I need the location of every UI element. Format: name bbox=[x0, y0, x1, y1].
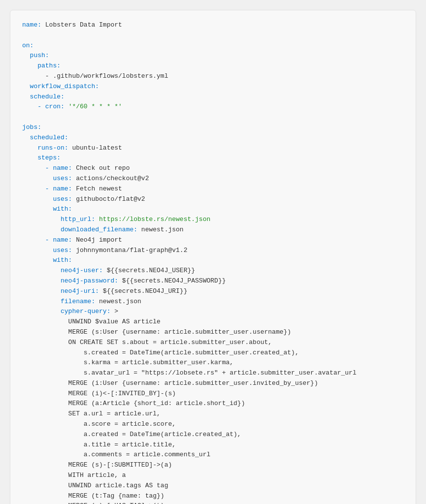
code-token: downloaded_filename: bbox=[22, 226, 141, 233]
code-line: a.comments = article.comments_url bbox=[22, 450, 404, 460]
code-token: runs-on: bbox=[22, 144, 72, 152]
code-line: MERGE (s:User {username: article.submitt… bbox=[22, 327, 404, 338]
code-line: - name: Fetch newest bbox=[22, 184, 404, 194]
code-token: schedule: bbox=[22, 93, 65, 100]
code-token: '*/60 * * * *' bbox=[68, 103, 122, 110]
code-token: with: bbox=[22, 205, 72, 213]
code-token: > bbox=[114, 308, 118, 315]
code-token: MERGE (t:Tag {name: tag}) bbox=[22, 492, 164, 500]
code-line bbox=[22, 112, 404, 123]
code-line: neo4j-password: ${{secrets.NEO4J_PASSWOR… bbox=[22, 276, 404, 286]
code-line: uses: actions/checkout@v2 bbox=[22, 174, 404, 184]
code-token: - name: bbox=[22, 236, 76, 244]
code-token: uses: bbox=[22, 175, 76, 182]
code-line bbox=[22, 31, 404, 41]
code-line: MERGE (a)-[:HAS_TAG]->(t) bbox=[22, 501, 404, 504]
code-token: paths: bbox=[22, 62, 61, 69]
code-token: http_url: bbox=[22, 216, 99, 223]
code-line: jobs: bbox=[22, 123, 404, 133]
code-token: s.created = DateTime(article.submitter_u… bbox=[22, 349, 299, 356]
code-token: Check out repo bbox=[76, 164, 130, 172]
code-line: name: Lobsters Data Import bbox=[22, 20, 404, 31]
code-line: s.avatar_url = "https://lobsete.rs" + ar… bbox=[22, 368, 404, 378]
code-token: s.karma = article.submitter_user.karma, bbox=[22, 359, 233, 366]
code-block: name: Lobsters Data Import on: push: pat… bbox=[10, 10, 416, 504]
code-line: push: bbox=[22, 51, 404, 61]
code-token: push: bbox=[22, 52, 49, 59]
code-token: actions/checkout@v2 bbox=[76, 175, 149, 182]
code-token: ubuntu-latest bbox=[72, 144, 122, 152]
code-token: UNWIND article.tags AS tag bbox=[22, 482, 168, 489]
code-line: - name: Neo4j import bbox=[22, 235, 404, 246]
code-line: with: bbox=[22, 204, 404, 215]
code-line: filename: newest.json bbox=[22, 297, 404, 307]
code-line: UNWIND $value AS article bbox=[22, 317, 404, 327]
code-line: SET a.url = article.url, bbox=[22, 409, 404, 419]
code-token: neo4j-user: bbox=[22, 267, 107, 274]
code-token: https://lobste.rs/newest.json bbox=[99, 216, 210, 223]
code-line: - .github/workflows/lobsters.yml bbox=[22, 71, 404, 82]
code-line: MERGE (a:Article {short_id: article.shor… bbox=[22, 399, 404, 409]
code-line: MERGE (s)-[:SUBMITTED]->(a) bbox=[22, 460, 404, 471]
code-line: WITH article, a bbox=[22, 471, 404, 481]
code-line: neo4j-uri: ${{secrets.NEO4J_URI}} bbox=[22, 286, 404, 297]
code-line: http_url: https://lobste.rs/newest.json bbox=[22, 215, 404, 225]
code-token: name: bbox=[22, 21, 45, 29]
code-line: s.karma = article.submitter_user.karma, bbox=[22, 358, 404, 368]
code-line: workflow_dispatch: bbox=[22, 82, 404, 92]
code-line: steps: bbox=[22, 153, 404, 163]
code-token: a.comments = article.comments_url bbox=[22, 451, 210, 458]
code-token: with: bbox=[22, 256, 72, 264]
code-line: runs-on: ubuntu-latest bbox=[22, 143, 404, 154]
code-line: ON CREATE SET s.about = article.submitte… bbox=[22, 338, 404, 348]
code-token: newest.json bbox=[99, 298, 141, 305]
code-token: WITH article, a bbox=[22, 472, 126, 479]
code-token: ${{secrets.NEO4J_PASSWORD}} bbox=[122, 277, 226, 284]
code-line: - name: Check out repo bbox=[22, 163, 404, 174]
code-token: filename: bbox=[22, 298, 99, 305]
code-token: on: bbox=[22, 42, 33, 49]
code-token: - .github/workflows/lobsters.yml bbox=[22, 72, 168, 80]
code-line: cypher-query: > bbox=[22, 307, 404, 317]
code-token: MERGE (a)-[:HAS_TAG]->(t) bbox=[22, 502, 164, 504]
code-line: UNWIND article.tags AS tag bbox=[22, 481, 404, 491]
code-token: MERGE (a:Article {short_id: article.shor… bbox=[22, 400, 245, 407]
code-line: with: bbox=[22, 255, 404, 266]
code-line: s.created = DateTime(article.submitter_u… bbox=[22, 348, 404, 358]
code-token: Lobsters Data Import bbox=[45, 21, 122, 29]
code-line: MERGE (t:Tag {name: tag}) bbox=[22, 491, 404, 502]
code-token: uses: bbox=[22, 247, 76, 254]
code-line: a.title = article.title, bbox=[22, 440, 404, 450]
code-token: newest.json bbox=[141, 226, 184, 233]
code-line: uses: githubocto/flat@v2 bbox=[22, 194, 404, 205]
code-token: scheduled: bbox=[22, 134, 68, 141]
code-token: Fetch newest bbox=[76, 185, 122, 192]
code-token: - name: bbox=[22, 164, 76, 172]
code-line: scheduled: bbox=[22, 133, 404, 143]
code-token: ON CREATE SET s.about = article.submitte… bbox=[22, 339, 272, 346]
code-line: neo4j-user: ${{secrets.NEO4J_USER}} bbox=[22, 266, 404, 276]
code-token: s.avatar_url = "https://lobsete.rs" + ar… bbox=[22, 369, 357, 377]
code-token: MERGE (i)<-[:INVITED_BY]-(s) bbox=[22, 390, 176, 397]
code-line: paths: bbox=[22, 61, 404, 71]
code-token: Neo4j import bbox=[76, 236, 122, 244]
code-token: cypher-query: bbox=[22, 308, 114, 315]
code-line: MERGE (i)<-[:INVITED_BY]-(s) bbox=[22, 389, 404, 399]
code-token: - cron: bbox=[22, 103, 68, 110]
code-line: downloaded_filename: newest.json bbox=[22, 225, 404, 235]
code-line: a.created = DateTime(article.created_at)… bbox=[22, 430, 404, 440]
code-token: neo4j-uri: bbox=[22, 287, 103, 295]
code-token: UNWIND $value AS article bbox=[22, 318, 161, 325]
code-line: schedule: bbox=[22, 92, 404, 102]
code-token: SET a.url = article.url, bbox=[22, 410, 161, 417]
code-line: a.score = article.score, bbox=[22, 419, 404, 430]
code-token: jobs: bbox=[22, 124, 41, 131]
code-token: MERGE (s:User {username: article.submitt… bbox=[22, 328, 291, 336]
code-line: uses: johnnymontana/flat-graph@v1.2 bbox=[22, 246, 404, 256]
code-token: ${{secrets.NEO4J_USER}} bbox=[107, 267, 195, 274]
code-token: a.score = article.score, bbox=[22, 420, 176, 428]
code-token: - name: bbox=[22, 185, 76, 192]
code-token: a.created = DateTime(article.created_at)… bbox=[22, 431, 241, 438]
code-token: ${{secrets.NEO4J_URI}} bbox=[103, 287, 188, 295]
code-token: MERGE (s)-[:SUBMITTED]->(a) bbox=[22, 461, 172, 469]
